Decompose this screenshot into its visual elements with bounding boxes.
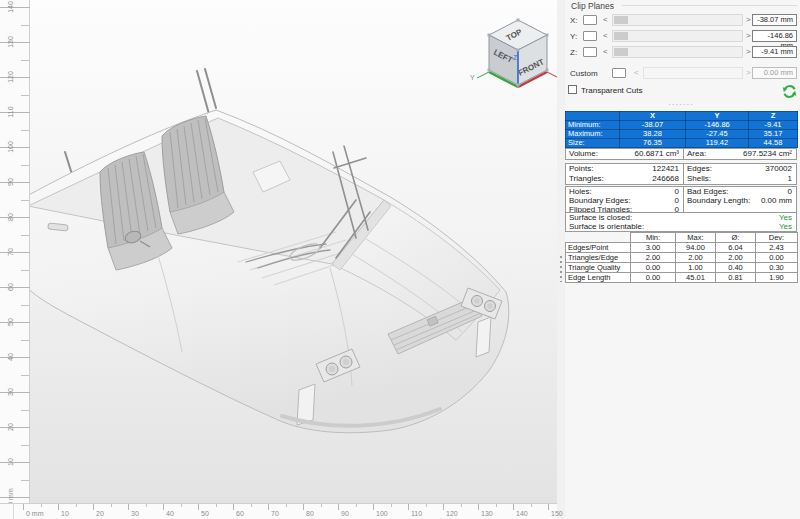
ruler-minor-tick — [286, 504, 287, 507]
x-plane-slider[interactable] — [612, 14, 743, 26]
z-plane-value[interactable]: -9.41 mm — [752, 46, 797, 58]
surface-orientable-label: Surface is orientable: — [569, 222, 644, 231]
3d-viewport[interactable]: TOP LEFT FRONT Z Y X 1401301201101009080… — [0, 0, 557, 519]
ruler-label: 20 — [6, 414, 16, 440]
ruler-minor-tick — [251, 504, 252, 507]
x-slider-thumb[interactable] — [614, 16, 628, 24]
ruler-minor-tick — [111, 504, 112, 507]
z-plane-checkbox[interactable] — [583, 47, 597, 57]
clip-plane-custom-row: Custom < > 0.00 mm — [565, 67, 797, 80]
transparent-cuts-checkbox[interactable] — [568, 85, 577, 94]
z-axis-label: Z: — [570, 48, 577, 57]
defects-box: Holes:0 Bad Edges:0 Boundary Edges:0 Bou… — [565, 186, 797, 215]
area-label: Area: — [687, 149, 706, 159]
ruler-horizontal: 0 mm102030405060708090100110120130140150 — [14, 503, 557, 519]
y-slider-thumb[interactable] — [614, 32, 628, 40]
custom-plane-value: 0.00 mm — [752, 67, 797, 79]
panel-splitter[interactable] — [557, 0, 565, 519]
axis-y-label: Y — [470, 74, 475, 81]
ruler-label: 100 — [6, 134, 16, 160]
ruler-label: 140 — [6, 0, 16, 20]
bounds-col-x: X — [620, 112, 686, 121]
ruler-minor-tick — [531, 504, 532, 507]
ruler-minor-tick — [41, 504, 42, 507]
z-slider-right-arrow-icon[interactable]: > — [746, 47, 751, 56]
ruler-tick — [128, 504, 129, 510]
z-slider-left-arrow-icon[interactable]: < — [603, 47, 608, 56]
surface-box: Surface is closed:Yes Surface is orienta… — [565, 212, 797, 232]
points-value: 122421 — [652, 164, 679, 174]
bounds-size-row: Size: 76.35 119.42 44.58 — [566, 139, 798, 148]
volume-value: 60.6871 cm³ — [635, 149, 679, 159]
ruler-label: 30 — [6, 379, 16, 405]
volume-area-box: Volume:60.6871 cm³ Area:697.5234 cm² — [565, 148, 797, 160]
ruler-label: 10 — [6, 449, 16, 475]
stats-col-max: Max: — [676, 233, 716, 243]
ruler-tick — [548, 504, 549, 510]
ruler-minor-tick — [21, 235, 29, 236]
ruler-label: 120 — [446, 510, 458, 517]
ruler-minor-tick — [321, 504, 322, 507]
stats-col-dev: Dev: — [756, 233, 798, 243]
ruler-tick — [373, 504, 374, 510]
counts-box: Points:122421 Edges:370002 Triangles:246… — [565, 163, 797, 185]
bounds-table: X Y Z Minimum: -38.07 -146.86 -9.41 Maxi… — [565, 111, 798, 148]
clip-plane-y-row: Y: < > -146.86 mm — [565, 30, 797, 43]
ruler-label: 50 — [6, 309, 16, 335]
ruler-tick — [163, 504, 164, 510]
section-drag-handle[interactable]: ······· — [565, 102, 797, 108]
y-slider-right-arrow-icon[interactable]: > — [746, 31, 751, 40]
ruler-minor-tick — [356, 504, 357, 507]
axis-z-label: Z — [513, 54, 518, 61]
custom-plane-checkbox[interactable] — [612, 68, 626, 78]
x-plane-checkbox[interactable] — [583, 15, 597, 25]
refresh-icon[interactable] — [782, 84, 797, 99]
triangles-label: Triangles: — [569, 174, 604, 184]
ruler-tick — [408, 504, 409, 510]
ruler-minor-tick — [496, 504, 497, 507]
boundary-edges-label: Boundary Edges: — [569, 196, 630, 205]
ruler-vertical: 1401301201101009080706050403020100 mm — [0, 0, 30, 503]
ruler-label: 120 — [6, 64, 16, 90]
ruler-label: 60 — [236, 510, 244, 517]
ruler-label: 40 — [166, 510, 174, 517]
stats-row-triangles-edge: Triangles/Edge 2.00 2.00 2.00 0.00 — [566, 253, 798, 263]
ruler-minor-tick — [426, 504, 427, 507]
ruler-tick — [303, 504, 304, 510]
ruler-minor-tick — [21, 95, 29, 96]
y-slider-left-arrow-icon[interactable]: < — [603, 31, 608, 40]
ruler-minor-tick — [146, 504, 147, 507]
boundary-edges-value: 0 — [675, 196, 679, 205]
x-slider-right-arrow-icon[interactable]: > — [746, 15, 751, 24]
shells-value: 1 — [788, 174, 792, 184]
view-cube[interactable]: TOP LEFT FRONT Z Y X — [468, 14, 568, 98]
boundary-length-label: Boundary Length: — [687, 196, 750, 205]
z-slider-thumb[interactable] — [614, 48, 628, 56]
z-plane-slider[interactable] — [612, 46, 743, 58]
y-plane-value[interactable]: -146.86 mm — [752, 30, 797, 42]
ruler-label: 70 — [6, 239, 16, 265]
bounds-header-row: X Y Z — [566, 112, 798, 121]
stats-col-min: Min: — [631, 233, 676, 243]
surface-closed-value: Yes — [779, 213, 792, 222]
y-plane-slider[interactable] — [612, 30, 743, 42]
ruler-label: 100 — [376, 510, 388, 517]
ruler-label: 30 — [131, 510, 139, 517]
y-plane-checkbox[interactable] — [583, 31, 597, 41]
stats-header-row: Min: Max: Ø: Dev: — [566, 233, 798, 243]
ruler-minor-tick — [216, 504, 217, 507]
ruler-minor-tick — [21, 25, 29, 26]
surface-orientable-value: Yes — [779, 222, 792, 231]
inspector-panel: Clip Planes X: < > -38.07 mm Y: < > -146… — [565, 0, 800, 519]
ruler-label: 140 — [516, 510, 528, 517]
ruler-tick — [58, 504, 59, 510]
x-slider-left-arrow-icon[interactable]: < — [603, 15, 608, 24]
bounds-col-z: Z — [749, 112, 798, 121]
ruler-label: 0 mm — [26, 510, 44, 517]
boundary-length-value: 0.00 mm — [761, 196, 792, 205]
clip-plane-z-row: Z: < > -9.41 mm — [565, 46, 797, 59]
ruler-label: 40 — [6, 344, 16, 370]
bounds-maximum-row: Maximum: 38.28 -27.45 35.17 — [566, 130, 798, 139]
ruler-minor-tick — [21, 410, 29, 411]
x-plane-value[interactable]: -38.07 mm — [752, 14, 797, 26]
